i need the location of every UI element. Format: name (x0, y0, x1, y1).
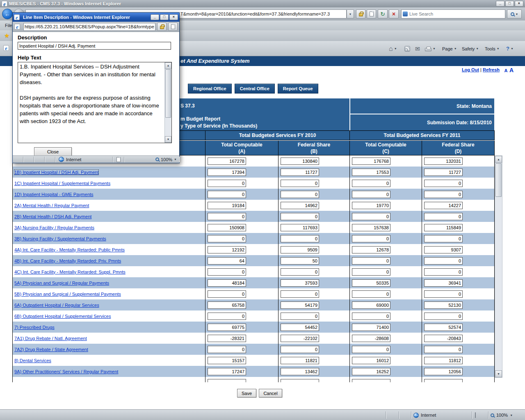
line-item-link[interactable]: 4A) Int. Care Facility - Mentally Retard… (14, 247, 125, 252)
popup-minimize-button[interactable]: _ (151, 14, 159, 20)
popup-zoom-control[interactable]: 100% ▼ (124, 157, 179, 162)
value-input-a[interactable] (208, 202, 246, 209)
value-input-b[interactable] (281, 335, 319, 342)
value-input-b[interactable] (281, 301, 319, 309)
value-input-d[interactable] (424, 169, 463, 176)
value-input-d[interactable] (424, 368, 463, 375)
scrollbar-thumb[interactable] (495, 163, 502, 197)
popup-lock-icon[interactable] (157, 23, 167, 31)
save-button[interactable]: Save (237, 389, 256, 397)
value-input-b[interactable] (281, 169, 319, 176)
popup-url-input[interactable] (23, 23, 155, 31)
tab-regional-office[interactable]: Regional Office (188, 84, 232, 94)
value-input-d[interactable] (424, 158, 463, 165)
close-button[interactable]: × (515, 1, 523, 7)
scroll-up-icon[interactable]: ▲ (495, 156, 502, 163)
value-input-b[interactable] (281, 158, 319, 165)
value-input-a[interactable] (208, 379, 246, 383)
value-input-c[interactable] (352, 379, 390, 383)
popup-close-action-button[interactable]: Close (34, 147, 72, 156)
description-input[interactable] (18, 42, 171, 50)
safety-menu-button[interactable]: Safety ▼ (462, 44, 479, 53)
value-input-b[interactable] (281, 290, 319, 298)
value-input-a[interactable] (208, 213, 246, 220)
value-input-c[interactable] (352, 246, 390, 253)
read-mail-button[interactable]: ✉ (415, 44, 420, 53)
stop-icon[interactable]: × (389, 9, 399, 18)
value-input-d[interactable] (424, 279, 463, 287)
refresh-link[interactable]: Refresh (483, 67, 500, 72)
value-input-d[interactable] (424, 346, 463, 353)
value-input-b[interactable] (281, 379, 319, 383)
value-input-b[interactable] (281, 202, 319, 209)
value-input-c[interactable] (352, 324, 390, 331)
value-input-d[interactable] (424, 290, 463, 298)
value-input-c[interactable] (352, 213, 390, 220)
line-item-link[interactable]: 7A1) Drug Rebate / Natl. Agreement (14, 336, 87, 341)
help-menu-button[interactable]: ? ▼ (506, 44, 514, 53)
value-input-b[interactable] (281, 191, 319, 198)
value-input-c[interactable] (352, 368, 390, 375)
value-input-c[interactable] (352, 235, 390, 242)
value-input-d[interactable] (424, 301, 463, 309)
value-input-b[interactable] (281, 324, 319, 331)
line-item-link[interactable]: 6A) Outpatient Hospital / Regular Servic… (14, 303, 99, 308)
value-input-a[interactable] (208, 346, 246, 353)
value-input-a[interactable] (208, 368, 246, 375)
minimize-button[interactable]: _ (496, 1, 504, 7)
grid-scrollbar[interactable]: ▲ ▼ (495, 155, 502, 378)
tab-central-office[interactable]: Central Office (235, 84, 275, 94)
search-input[interactable] (409, 11, 504, 16)
value-input-b[interactable] (281, 313, 319, 320)
value-input-c[interactable] (352, 301, 390, 309)
value-input-b[interactable] (281, 213, 319, 220)
value-input-d[interactable] (424, 246, 463, 253)
scroll-down-icon[interactable]: ▼ (495, 370, 502, 377)
url-dropdown-icon[interactable]: ▼ (347, 9, 354, 18)
search-go-button[interactable]: ▼ (507, 9, 522, 18)
popup-titlebar[interactable]: e Line Item Description - Windows Intern… (13, 13, 179, 22)
value-input-a[interactable] (208, 335, 246, 342)
value-input-d[interactable] (424, 357, 463, 364)
maximize-button[interactable]: □ (505, 1, 514, 7)
value-input-d[interactable] (424, 324, 463, 331)
help-scrollbar-thumb[interactable] (165, 69, 171, 118)
line-item-link[interactable]: 2B) Mental Health / DSH Adj. Payment (14, 214, 91, 219)
value-input-b[interactable] (281, 357, 319, 364)
refresh-icon[interactable]: ↻ (378, 9, 388, 18)
value-input-a[interactable] (208, 357, 246, 364)
print-button[interactable]: ▼ (425, 44, 436, 53)
value-input-a[interactable] (208, 279, 246, 287)
security-lock-icon[interactable] (356, 9, 365, 18)
value-input-c[interactable] (352, 257, 390, 265)
value-input-a[interactable] (208, 180, 246, 187)
font-decrease-icon[interactable]: A (504, 68, 507, 73)
line-item-link[interactable]: 7) Prescribed Drugs (14, 325, 55, 330)
value-input-c[interactable] (352, 202, 390, 209)
value-input-b[interactable] (281, 268, 319, 276)
help-scroll-up-icon[interactable]: ▲ (165, 62, 171, 69)
value-input-d[interactable] (424, 268, 463, 276)
font-increase-icon[interactable]: A (509, 67, 514, 73)
value-input-a[interactable] (208, 246, 246, 253)
value-input-a[interactable] (208, 301, 246, 309)
value-input-a[interactable] (208, 290, 246, 298)
line-item-link[interactable]: 3B) Nursing Facility / Supplemental Paym… (14, 236, 106, 241)
value-input-a[interactable] (208, 224, 246, 231)
log-out-link[interactable]: Log Out (462, 67, 479, 72)
cancel-button[interactable]: Cancel (259, 389, 282, 397)
value-input-b[interactable] (281, 180, 319, 187)
value-input-b[interactable] (281, 246, 319, 253)
value-input-b[interactable] (281, 279, 319, 287)
value-input-d[interactable] (424, 313, 463, 320)
value-input-c[interactable] (352, 169, 390, 176)
value-input-a[interactable] (208, 235, 246, 242)
favorites-star-icon[interactable]: ★ (4, 32, 9, 39)
tools-menu-button[interactable]: Tools ▼ (485, 44, 500, 53)
value-input-b[interactable] (281, 235, 319, 242)
value-input-d[interactable] (424, 257, 463, 265)
value-input-c[interactable] (352, 224, 390, 231)
line-item-link[interactable]: 2A) Mental Health / Regular Payment (14, 203, 89, 208)
value-input-d[interactable] (424, 224, 463, 231)
zoom-control[interactable]: 100% ▼ (491, 410, 513, 420)
